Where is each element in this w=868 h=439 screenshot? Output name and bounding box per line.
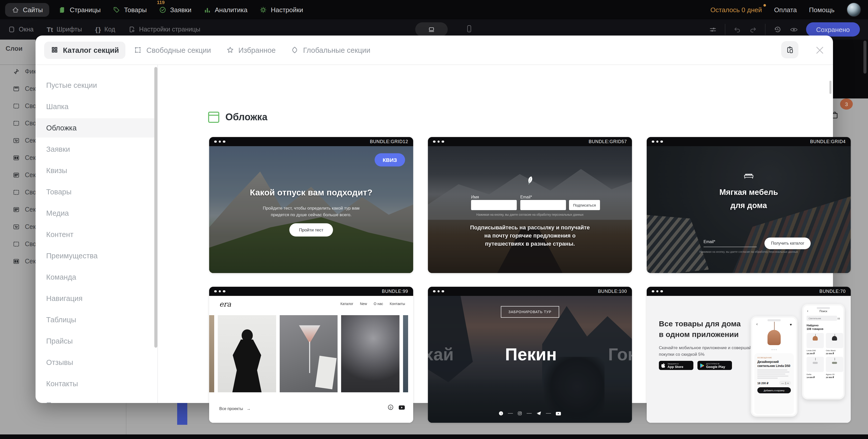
text-section-icon: [13, 171, 20, 179]
layer-item[interactable]: Сек: [0, 83, 35, 95]
toolbar-fonts-button[interactable]: Tt Шрифты: [47, 26, 82, 33]
device-desktop-toggle[interactable]: [415, 22, 448, 36]
name-input: [471, 200, 517, 210]
product-tile: Oslo Black 23 000 ₽: [826, 333, 843, 355]
section-card-70[interactable]: BUNDLE:70 Все товары для дома в одном пр…: [647, 287, 851, 423]
settings-sliders-icon[interactable]: [709, 26, 716, 33]
leads-count-badge: 119: [157, 0, 165, 5]
app-stage: Сайты Страницы Товары 119 Заявки Аналити…: [0, 0, 868, 439]
store-badges: Загрузите вApp Store ДОСТУПНО ВGoogle Pl…: [659, 361, 732, 370]
section-card-99[interactable]: BUNDLE:99 era Каталог New О нас Контакты: [209, 287, 413, 423]
card-preview: ЗАБРОНИРОВАТЬ ТУР хай Пекин Гон f: [428, 296, 632, 423]
category-heading: Обложка: [208, 112, 268, 123]
pin-icon: [13, 68, 20, 75]
section-card-grid12[interactable]: BUNDLE:GRID12 КВИЗ Какой отпуск вам подх…: [209, 137, 413, 273]
form-name-label: Имя: [471, 195, 479, 199]
tab-free-sections[interactable]: Свободные секции: [128, 41, 218, 59]
tab-global-sections[interactable]: Глобальные секции: [284, 41, 377, 59]
history-icon[interactable]: [773, 25, 781, 33]
preview-title: Какой отпуск вам подходит?: [209, 188, 413, 198]
page-scrollbar-thumb[interactable]: [863, 41, 866, 73]
card-preview: Имя Email* Подписаться Нажимая на кнопку…: [428, 146, 632, 273]
layer-item[interactable]: Сво: [0, 117, 35, 129]
sidebar-item-reviews[interactable]: Отзывы: [35, 353, 157, 372]
sidebar-item-empty[interactable]: Пустые секции: [35, 75, 157, 95]
product-tile: Agnes 03 20 900 ₽: [826, 357, 843, 379]
layer-item[interactable]: Сво: [0, 100, 35, 112]
sidebar-item-media[interactable]: Медиа: [35, 203, 157, 223]
preview-eye-icon[interactable]: [789, 26, 798, 33]
sidebar-item-quizzes[interactable]: Квизы: [35, 161, 157, 180]
nav-item-label: Страницы: [70, 6, 101, 13]
close-icon[interactable]: [815, 45, 825, 55]
layer-item[interactable]: Сво: [0, 186, 35, 198]
layer-item[interactable]: Сек: [0, 203, 35, 216]
sidebar-item-benefits[interactable]: Преимущества: [35, 246, 157, 265]
tab-sections-catalog[interactable]: Каталог секций: [44, 41, 126, 59]
layer-item[interactable]: Фик: [0, 65, 35, 77]
nav-item-pages[interactable]: Страницы: [59, 6, 101, 13]
sidebar-item-team[interactable]: Команда: [35, 268, 157, 287]
city-slider: хай Пекин Гон: [428, 345, 632, 365]
saved-button[interactable]: Сохранено: [806, 22, 860, 36]
form-email-label: Email*: [704, 240, 715, 244]
sidebar-item-header[interactable]: Шапка: [35, 97, 157, 116]
trial-days-left[interactable]: Осталось 0 дней: [710, 6, 762, 13]
layer-label: Сво: [25, 102, 35, 109]
results-count: Найдено 108 товаров: [807, 324, 823, 331]
social-icons: f: [499, 411, 561, 416]
trial-label: Осталось 0 дней: [710, 6, 762, 13]
nav-item-payment[interactable]: Оплата: [774, 6, 797, 13]
layer-label: Сво: [25, 189, 35, 196]
bundle-label: BUNDLE:GRID12: [370, 139, 408, 144]
undo-icon[interactable]: [733, 26, 741, 33]
tab-label: Избранное: [238, 46, 276, 54]
sidebar-item-footer[interactable]: Подвал: [35, 395, 157, 403]
user-avatar[interactable]: [847, 3, 861, 17]
nav-item-leads[interactable]: 119 Заявки: [159, 6, 191, 13]
sidebar-item-products[interactable]: Товары: [35, 182, 157, 201]
tab-favorites[interactable]: Избранное: [220, 41, 282, 59]
redo-icon[interactable]: [749, 26, 756, 33]
nav-item-analytics[interactable]: Аналитика: [204, 6, 247, 13]
nav-item-settings[interactable]: Настройки: [260, 6, 303, 13]
layer-item[interactable]: Сек: [0, 255, 35, 268]
consent-note: Нажимая на кнопку, вы даете согласие на …: [428, 213, 632, 216]
photo-gallery: [209, 315, 413, 392]
nav-item-sites[interactable]: Сайты: [5, 3, 50, 17]
quantity-stepper: — 1 +: [779, 381, 791, 385]
sidebar-item-navigation[interactable]: Навигация: [35, 289, 157, 308]
phone-mockup-product: ‹ ♥ ОСВЕЩЕНИЕ Дизайнерский светильник Li…: [751, 316, 798, 417]
sidebar-item-content[interactable]: Контент: [35, 225, 157, 244]
toolbar-windows-button[interactable]: Окна: [8, 26, 33, 33]
sidebar-item-leads[interactable]: Заявки: [35, 139, 157, 159]
layers-divider: [0, 64, 35, 65]
sidebar-item-cover[interactable]: Обложка: [35, 118, 157, 137]
nav-item-help[interactable]: Помощь: [809, 6, 835, 13]
toolbar-page-settings-button[interactable]: Настройки страницы: [128, 26, 200, 33]
layer-item[interactable]: Сво: [0, 238, 35, 250]
toolbar-code-button[interactable]: { } Код: [95, 26, 115, 33]
cart-section-icon: [13, 137, 20, 144]
sidebar-item-prices[interactable]: Прайсы: [35, 332, 157, 351]
slide-current: Пекин: [505, 345, 557, 365]
product-name: Дизайнерский светильник Linda D50: [757, 360, 791, 368]
nav-item-label: Заявки: [170, 6, 191, 13]
layer-item[interactable]: Сек: [0, 134, 35, 147]
section-card-grid57[interactable]: BUNDLE:GRID57 Имя Email* Подписаться Наж…: [428, 137, 632, 273]
section-card-100[interactable]: BUNDLE:100 ЗАБРОНИРОВАТЬ ТУР хай Пекин Г…: [428, 287, 632, 423]
product-category: ОСВЕЩЕНИЕ: [757, 356, 791, 359]
paste-section-button[interactable]: [781, 41, 799, 58]
sidebar-item-tables[interactable]: Таблицы: [35, 310, 157, 330]
device-mobile-toggle[interactable]: [466, 24, 472, 33]
sidebar-item-contacts[interactable]: Контакты: [35, 374, 157, 393]
layer-item[interactable]: Сек: [0, 152, 35, 164]
sidebar-scrollbar-thumb[interactable]: [154, 67, 157, 348]
section-card-grid4[interactable]: BUNDLE:GRID4 Мягкая мебель для дома Emai…: [647, 137, 851, 273]
nav-item-products[interactable]: Товары: [113, 6, 147, 13]
free-section-icon: [13, 189, 20, 196]
target-icon: [159, 6, 166, 13]
gallery-photo: [403, 315, 408, 392]
layer-item[interactable]: Сек: [0, 221, 35, 233]
layer-item[interactable]: Сек: [0, 169, 35, 181]
